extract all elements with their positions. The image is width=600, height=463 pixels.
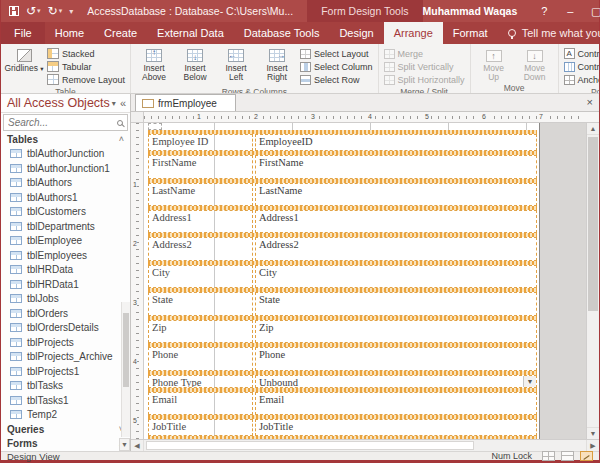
save-button[interactable] (9, 6, 19, 16)
nav-item-tbldepartments[interactable]: tblDepartments (1, 219, 130, 234)
field-label-lastname[interactable]: LastName (148, 183, 253, 206)
horizontal-ruler[interactable]: 1234567 (144, 112, 599, 123)
nav-search-box[interactable] (3, 114, 128, 131)
nav-group-queries[interactable]: Queries˅ (1, 422, 130, 437)
field-label-address2[interactable]: Address2 (148, 237, 253, 261)
field-textbox-firstname[interactable]: FirstName (255, 155, 537, 179)
field-label-address1[interactable]: Address1 (148, 210, 253, 233)
insert-right-button[interactable]: InsertRight (257, 45, 297, 82)
field-label-city[interactable]: City (148, 265, 253, 288)
nav-group-forms[interactable]: Forms˄ (1, 437, 130, 452)
tab-design[interactable]: Design (329, 22, 383, 44)
nav-item-tblauthors[interactable]: tblAuthors (1, 176, 130, 191)
nav-scrollbar-thumb[interactable] (123, 313, 129, 387)
tab-create[interactable]: Create (94, 22, 147, 44)
field-textbox-employee-id[interactable]: EmployeeID (255, 134, 537, 151)
horizontal-scrollbar[interactable]: ◀ ▶ (131, 439, 599, 451)
tab-file[interactable]: File (1, 22, 45, 44)
anchoring-button[interactable]: Anchoring▾ (562, 73, 599, 86)
nav-item-tblprojects1[interactable]: tblProjects1 (1, 364, 130, 379)
field-label-employee-id[interactable]: Employee ID (148, 134, 253, 151)
vertical-scrollbar[interactable]: ▲ ▼ (586, 123, 599, 439)
field-label-phone-type[interactable]: Phone Type (148, 375, 253, 388)
field-textbox-jobtitle[interactable]: JobTitle (255, 419, 537, 436)
tab-external-data[interactable]: External Data (147, 22, 234, 44)
field-textbox-city[interactable]: City (255, 265, 537, 288)
undo-dropdown-icon[interactable]: ▾ (37, 7, 41, 15)
scroll-down-icon[interactable]: ▼ (587, 427, 599, 439)
customize-qat-icon[interactable]: ▾ (69, 7, 73, 16)
nav-menu-dropdown-icon[interactable]: ▾ (112, 99, 116, 108)
control-padding-button[interactable]: Control Padding▾ (562, 60, 599, 73)
field-textbox-phone-type[interactable]: Unbound▼ (255, 375, 537, 388)
nav-group-tables[interactable]: Tables˄ (1, 132, 130, 147)
field-label-firstname[interactable]: FirstName (148, 155, 253, 179)
form-header-cell[interactable] (148, 123, 162, 130)
design-view-icon[interactable] (580, 451, 593, 461)
vertical-scrollbar-thumb[interactable] (588, 137, 598, 311)
scroll-up-icon[interactable]: ▲ (587, 123, 599, 135)
chevron-up-icon[interactable]: ˄ (119, 134, 124, 144)
nav-item-tblprojects[interactable]: tblProjects (1, 335, 130, 350)
redo-dropdown-icon[interactable]: ▾ (59, 7, 63, 15)
nav-item-tbltasks1[interactable]: tblTasks1 (1, 393, 130, 408)
vertical-ruler[interactable]: 12345 (131, 123, 144, 439)
tab-home[interactable]: Home (45, 22, 94, 44)
nav-shutter-icon[interactable]: « (120, 97, 126, 109)
insert-below-button[interactable]: InsertBelow (175, 45, 215, 82)
control-margins-button[interactable]: AControl Margins▾ (562, 47, 599, 60)
document-tab-frmEmployee[interactable]: frmEmployee (135, 94, 236, 111)
field-label-jobtitle[interactable]: JobTitle (148, 419, 253, 436)
ruler-corner-box[interactable] (131, 112, 144, 123)
layout-view-icon[interactable] (561, 451, 574, 461)
field-textbox-phone[interactable]: Phone (255, 347, 537, 371)
maximize-button[interactable]: ▢ (583, 0, 600, 22)
nav-item-tblemployees[interactable]: tblEmployees (1, 248, 130, 263)
select-layout-button[interactable]: Select Layout (298, 47, 375, 60)
field-textbox-state[interactable]: State (255, 292, 537, 316)
search-input[interactable] (8, 117, 117, 128)
minimize-button[interactable]: – (557, 0, 583, 22)
nav-item-temp2[interactable]: Temp2 (1, 408, 130, 423)
field-textbox-address2[interactable]: Address2 (255, 237, 537, 261)
nav-item-tblauthorjunction[interactable]: tblAuthorJunction (1, 147, 130, 162)
insert-above-button[interactable]: InsertAbove (134, 45, 174, 82)
combo-dropdown-icon[interactable]: ▼ (523, 376, 536, 387)
tab-format[interactable]: Format (443, 22, 498, 44)
form-design-canvas[interactable]: Employee IDEmployeeIDFirstNameFirstNameL… (144, 123, 540, 439)
tell-me-box[interactable]: Tell me what you want to do (498, 22, 600, 44)
field-textbox-lastname[interactable]: LastName (255, 183, 537, 206)
tab-arrange[interactable]: Arrange (384, 22, 443, 44)
undo-button[interactable]: ↺▾ (26, 6, 41, 16)
help-button[interactable]: ? (531, 0, 557, 22)
stacked-button[interactable]: Stacked (45, 47, 127, 60)
scroll-left-icon[interactable]: ◀ (131, 440, 144, 451)
nav-item-tbltasks[interactable]: tblTasks (1, 379, 130, 394)
nav-item-tblhrdata1[interactable]: tblHRData1 (1, 277, 130, 292)
redo-button[interactable]: ↻▾ (48, 6, 63, 16)
field-label-email[interactable]: Email (148, 392, 253, 415)
scroll-right-icon[interactable]: ▶ (586, 440, 599, 451)
insert-left-button[interactable]: InsertLeft (216, 45, 256, 82)
field-label-phone[interactable]: Phone (148, 347, 253, 371)
nav-item-tblemployee[interactable]: tblEmployee (1, 234, 130, 249)
datasheet-view-icon[interactable] (542, 451, 555, 461)
gridlines-button[interactable]: Gridlines ▾ (4, 45, 44, 73)
field-label-zip[interactable]: Zip (148, 320, 253, 343)
nav-item-tblordersdetails[interactable]: tblOrdersDetails (1, 321, 130, 336)
nav-item-tblhrdata[interactable]: tblHRData (1, 263, 130, 278)
nav-pane-header[interactable]: All Access Objects ▾ « (1, 94, 130, 113)
account-user-name[interactable]: Muhammad Waqas (423, 5, 518, 17)
nav-item-tblorders[interactable]: tblOrders (1, 306, 130, 321)
field-textbox-zip[interactable]: Zip (255, 320, 537, 343)
select-column-button[interactable]: Select Column (298, 60, 375, 73)
nav-scroll-down-icon[interactable]: ▼ (119, 438, 130, 451)
select-row-button[interactable]: Select Row (298, 73, 375, 86)
field-textbox-address1[interactable]: Address1 (255, 210, 537, 233)
nav-item-tbljobs[interactable]: tblJobs (1, 292, 130, 307)
tab-database-tools[interactable]: Database Tools (234, 22, 330, 44)
field-label-state[interactable]: State (148, 292, 253, 316)
horizontal-scrollbar-thumb[interactable] (146, 441, 474, 450)
nav-scrollbar[interactable] (121, 302, 130, 437)
nav-item-tblauthors1[interactable]: tblAuthors1 (1, 190, 130, 205)
